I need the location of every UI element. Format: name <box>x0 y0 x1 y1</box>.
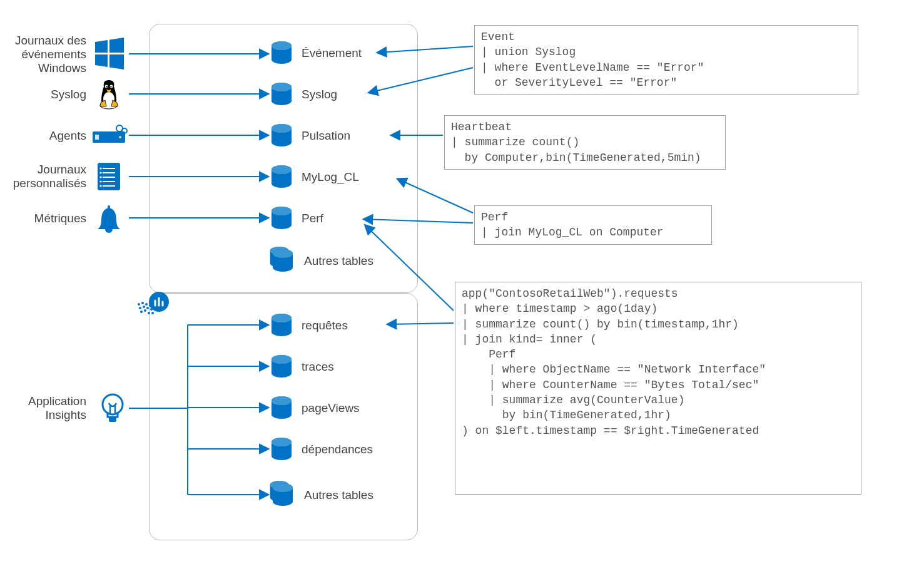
windows-icon <box>95 38 124 69</box>
table-heartbeat-label: Pulsation <box>302 129 350 143</box>
source-windows-events-label: Journaux des événements Windows <box>5 34 86 75</box>
linux-icon <box>100 80 118 109</box>
table-mylog-label: MyLog_CL <box>302 170 359 184</box>
query-box-1: Event | union Syslog | where EventLevelN… <box>474 25 858 95</box>
table-pageviews-label: pageViews <box>302 401 360 415</box>
query-box-4: app("ContosoRetailWeb").requests | where… <box>455 282 861 495</box>
table-dependencies-label: dépendances <box>302 443 373 456</box>
query-box-2: Heartbeat | summarize count() by Compute… <box>444 115 726 170</box>
table-traces-label: traces <box>302 360 334 374</box>
bulb-icon <box>103 394 123 422</box>
table-requests-label: requêtes <box>302 319 348 332</box>
source-custom-logs-label: Journaux personnalisés <box>5 163 86 190</box>
table-other-ai-label: Autres tables <box>304 488 373 502</box>
source-metrics-label: Métriques <box>5 212 86 225</box>
list-icon <box>98 163 120 190</box>
table-event-label: Événement <box>302 46 362 60</box>
query-box-3: Perf | join MyLog_CL on Computer <box>474 205 712 245</box>
workspace-box-top <box>149 24 418 293</box>
table-syslog-label: Syslog <box>302 88 337 101</box>
table-perf-label: Perf <box>302 212 323 225</box>
workspace-box-bottom <box>149 293 418 540</box>
source-syslog-label: Syslog <box>5 88 86 101</box>
server-icon <box>93 125 127 143</box>
bell-icon <box>98 205 120 233</box>
source-agents-label: Agents <box>5 129 86 143</box>
table-other-top-label: Autres tables <box>304 254 373 268</box>
source-appinsights-label: Application Insights <box>5 394 86 422</box>
